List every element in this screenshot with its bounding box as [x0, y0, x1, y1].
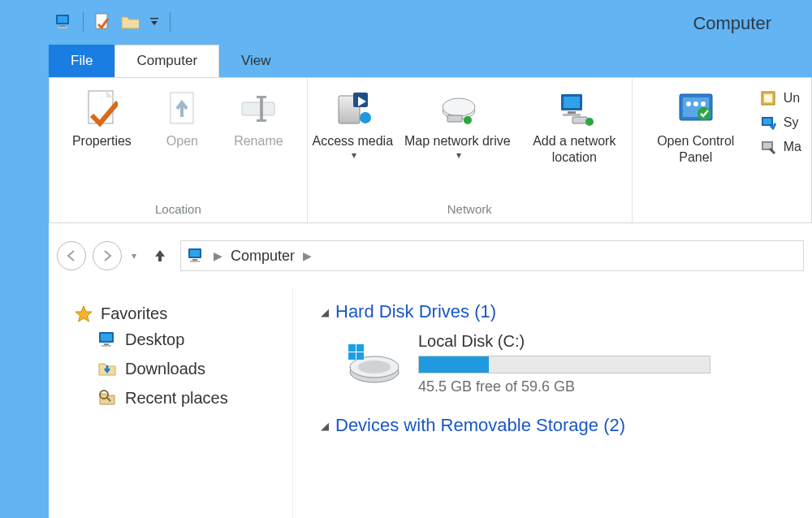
svg-rect-2 — [60, 25, 65, 27]
add-network-location-button[interactable]: Add a network location — [517, 84, 631, 171]
drive-local-disk-c[interactable]: Local Disk (C:) 45.5 GB free of 59.6 GB — [345, 332, 804, 395]
svg-rect-26 — [572, 117, 587, 123]
open-control-panel-button[interactable]: Open Control Panel — [639, 84, 753, 171]
svg-point-30 — [686, 101, 691, 106]
svg-rect-39 — [763, 143, 771, 149]
navigation-pane: Favorites Desktop Downloads Recent place… — [49, 288, 292, 518]
breadcrumb-separator-icon[interactable]: ▶ — [303, 249, 312, 262]
recent-places-icon — [97, 388, 117, 408]
dropdown-caret-icon: ▾ — [456, 149, 461, 162]
system-properties-button[interactable]: Sy — [759, 114, 801, 132]
content-area: Favorites Desktop Downloads Recent place… — [49, 288, 812, 518]
downloads-icon — [97, 359, 117, 378]
breadcrumb-computer[interactable]: Computer — [231, 248, 295, 265]
map-network-drive-label: Map network drive — [404, 133, 511, 149]
svg-rect-24 — [568, 111, 576, 114]
svg-rect-54 — [356, 344, 364, 352]
svg-rect-43 — [190, 261, 200, 262]
open-icon — [162, 89, 201, 128]
svg-rect-37 — [763, 119, 771, 124]
svg-rect-25 — [563, 114, 581, 116]
svg-rect-21 — [464, 119, 467, 122]
uninstall-icon — [759, 89, 777, 107]
main-pane: ◢ Hard Disk Drives (1) Local — [292, 288, 812, 518]
svg-rect-3 — [58, 27, 67, 28]
ribbon-group-network: Access media▾ Map network drive▾ Add a n… — [308, 78, 633, 222]
window-title: Computer — [693, 13, 771, 34]
title-bar: Computer File Computer View — [0, 0, 812, 77]
properties-button[interactable]: Properties — [57, 84, 146, 171]
svg-marker-44 — [76, 306, 92, 322]
forward-button[interactable] — [93, 241, 122, 270]
open-control-panel-label: Open Control Panel — [641, 133, 751, 166]
sidebar-item-downloads[interactable]: Downloads — [97, 359, 284, 378]
drive-info: Local Disk (C:) 45.5 GB free of 59.6 GB — [418, 332, 710, 395]
category-count: 1 — [480, 301, 490, 322]
category-label: Hard Disk Drives — [335, 301, 469, 322]
collapse-icon[interactable]: ◢ — [321, 420, 329, 432]
svg-rect-1 — [58, 16, 67, 23]
drive-usage-bar — [418, 356, 710, 373]
collapse-icon[interactable]: ◢ — [321, 306, 329, 318]
manage-icon — [759, 138, 777, 156]
up-button[interactable] — [146, 248, 174, 264]
system-properties-icon — [759, 114, 777, 132]
uninstall-programs-button[interactable]: Un — [759, 89, 801, 107]
access-media-icon — [333, 89, 372, 128]
manage-button[interactable]: Ma — [759, 138, 801, 156]
map-network-drive-icon — [438, 89, 477, 128]
category-label: Devices with Removable Storage — [335, 415, 598, 435]
uninstall-label: Un — [784, 91, 800, 106]
history-dropdown-icon[interactable]: ▾ — [128, 250, 140, 261]
sidebar-item-desktop[interactable]: Desktop — [97, 330, 284, 349]
tab-view[interactable]: View — [219, 45, 293, 77]
computer-icon — [188, 248, 205, 264]
svg-rect-48 — [102, 345, 111, 347]
new-folder-icon[interactable] — [121, 13, 139, 31]
rename-button[interactable]: Rename — [218, 84, 299, 171]
desktop-icon — [97, 330, 117, 349]
tab-computer[interactable]: Computer — [114, 45, 219, 77]
tab-file[interactable]: File — [49, 45, 114, 77]
star-icon — [75, 305, 93, 323]
svg-rect-53 — [348, 344, 356, 352]
group-title-system — [720, 199, 723, 221]
address-bar[interactable]: ▶ Computer ▶ — [180, 240, 804, 271]
qat-dropdown-icon[interactable] — [149, 13, 160, 31]
navigation-bar: ▾ ▶ Computer ▶ — [49, 223, 812, 288]
rename-label: Rename — [234, 133, 283, 149]
dropdown-caret-icon: ▾ — [352, 149, 356, 162]
separator — [83, 12, 84, 32]
computer-icon — [55, 13, 73, 31]
ribbon-group-location: Properties Open Rename Location — [50, 78, 308, 222]
drive-name: Local Disk (C:) — [418, 332, 710, 351]
breadcrumb-separator-icon[interactable]: ▶ — [214, 249, 222, 262]
add-network-location-label: Add a network location — [519, 133, 629, 166]
rename-icon — [239, 89, 278, 128]
open-label: Open — [166, 133, 198, 149]
sidebar-item-recent-places[interactable]: Recent places — [97, 388, 284, 408]
ribbon-tabs: File Computer View — [49, 45, 293, 77]
group-title-network: Network — [447, 199, 492, 221]
category-hard-disk-drives[interactable]: ◢ Hard Disk Drives (1) — [321, 301, 804, 322]
svg-rect-56 — [356, 352, 364, 360]
map-network-drive-button[interactable]: Map network drive▾ — [400, 84, 514, 171]
ribbon: Properties Open Rename Location — [49, 77, 812, 223]
favorites-label: Favorites — [101, 304, 167, 323]
favorites-header[interactable]: Favorites — [75, 304, 284, 323]
access-media-label: Access media — [312, 133, 393, 149]
properties-label: Properties — [72, 133, 132, 149]
svg-rect-41 — [190, 250, 200, 257]
ribbon-group-system: Open Control Panel Un Sy Ma — [633, 78, 811, 222]
back-button[interactable] — [57, 241, 86, 270]
category-removable-storage[interactable]: ◢ Devices with Removable Storage (2) — [321, 415, 804, 436]
drive-free-text: 45.5 GB free of 59.6 GB — [418, 378, 710, 395]
svg-rect-12 — [257, 119, 266, 122]
svg-point-31 — [693, 101, 698, 106]
properties-icon[interactable] — [93, 13, 111, 31]
properties-icon — [82, 89, 121, 128]
svg-rect-35 — [764, 94, 772, 102]
svg-point-32 — [701, 101, 706, 106]
open-button[interactable]: Open — [149, 84, 214, 171]
access-media-button[interactable]: Access media▾ — [308, 84, 397, 171]
